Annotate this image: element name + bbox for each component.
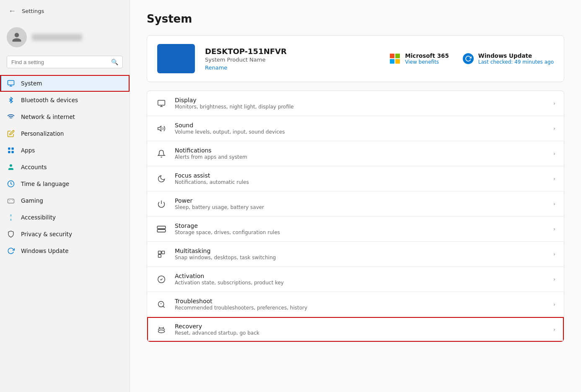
power-chevron: › <box>553 201 555 207</box>
accessibility-icon <box>7 213 15 222</box>
winupdate-link[interactable]: Windows Update Last checked: 49 minutes … <box>462 52 554 65</box>
sidebar-item-bluetooth[interactable]: Bluetooth & devices <box>0 92 130 108</box>
sidebar-item-update[interactable]: Windows Update <box>0 242 130 259</box>
settings-item-troubleshoot[interactable]: Troubleshoot Recommended troubleshooters… <box>147 292 564 317</box>
page-title: System <box>147 13 564 25</box>
sidebar-item-apps[interactable]: Apps <box>0 142 130 159</box>
sidebar-item-accessibility-label: Accessibility <box>21 214 56 221</box>
recovery-title: Recovery <box>175 323 546 330</box>
settings-item-power[interactable]: Power Sleep, battery usage, battery save… <box>147 191 564 217</box>
ms365-icon <box>389 53 401 64</box>
recovery-icon <box>156 324 167 335</box>
power-title: Power <box>175 197 546 204</box>
multitasking-sub: Snap windows, desktops, task switching <box>175 255 546 260</box>
sidebar-item-update-label: Windows Update <box>21 248 68 254</box>
winupdate-icon <box>462 53 474 64</box>
settings-item-sound[interactable]: Sound Volume levels, output, input, soun… <box>147 116 564 141</box>
display-chevron: › <box>553 100 555 106</box>
sidebar-item-system[interactable]: System <box>0 75 130 92</box>
notifications-icon <box>156 148 167 160</box>
settings-item-storage[interactable]: Storage Storage space, drives, configura… <box>147 217 564 242</box>
recovery-sub: Reset, advanced startup, go back <box>175 330 546 336</box>
notifications-title: Notifications <box>175 147 546 154</box>
sidebar-item-time[interactable]: Time & language <box>0 175 130 192</box>
svg-rect-1 <box>8 147 10 150</box>
settings-item-recovery[interactable]: Recovery Reset, advanced startup, go bac… <box>147 317 564 342</box>
sidebar-item-gaming[interactable]: Gaming <box>0 192 130 209</box>
card-links: Microsoft 365 View benefits Windows Upda… <box>389 52 554 65</box>
troubleshoot-title: Troubleshoot <box>175 298 546 304</box>
back-button[interactable]: ← <box>7 5 18 17</box>
sidebar-item-privacy-label: Privacy & security <box>21 231 72 237</box>
sidebar-item-accounts-label: Accounts <box>21 164 47 170</box>
avatar <box>7 27 27 47</box>
accounts-icon <box>7 163 15 171</box>
sidebar-item-apps-label: Apps <box>21 147 35 154</box>
recovery-chevron: › <box>553 326 555 333</box>
svg-rect-12 <box>157 226 166 228</box>
svg-marker-10 <box>158 126 161 131</box>
privacy-icon <box>7 230 15 238</box>
storage-chevron: › <box>553 226 555 232</box>
gaming-icon <box>7 196 15 205</box>
pc-thumbnail <box>157 44 195 73</box>
sidebar: ← Settings 🔍 System Bluetooth & devices <box>0 0 130 392</box>
troubleshoot-chevron: › <box>553 301 555 307</box>
search-input[interactable] <box>11 59 108 65</box>
multitasking-icon <box>156 248 167 260</box>
troubleshoot-icon <box>156 299 167 310</box>
settings-item-activation[interactable]: Activation Activation state, subscriptio… <box>147 267 564 292</box>
winupdate-sub: Last checked: 49 minutes ago <box>478 59 554 65</box>
notifications-sub: Alerts from apps and system <box>175 154 546 160</box>
svg-rect-13 <box>157 229 166 232</box>
sidebar-item-accessibility[interactable]: Accessibility <box>0 209 130 226</box>
svg-rect-4 <box>12 151 14 153</box>
system-icon <box>7 79 15 88</box>
sidebar-item-personalization-label: Personalization <box>21 130 64 137</box>
main-content: System DESKTOP-151NFVR System Product Na… <box>130 0 581 392</box>
sidebar-item-time-label: Time & language <box>21 181 69 187</box>
search-box[interactable]: 🔍 <box>7 56 123 68</box>
apps-icon <box>7 146 15 155</box>
sidebar-header: ← Settings <box>0 0 130 21</box>
sidebar-item-network[interactable]: Network & internet <box>0 108 130 125</box>
settings-list: Display Monitors, brightness, night ligh… <box>147 90 564 342</box>
settings-item-display[interactable]: Display Monitors, brightness, night ligh… <box>147 91 564 116</box>
sidebar-item-privacy[interactable]: Privacy & security <box>0 226 130 242</box>
svg-rect-16 <box>158 254 161 257</box>
activation-sub: Activation state, subscriptions, product… <box>175 280 546 286</box>
sound-sub: Volume levels, output, input, sound devi… <box>175 129 546 135</box>
winupdate-title: Windows Update <box>478 52 554 59</box>
svg-rect-2 <box>12 147 14 150</box>
sidebar-item-gaming-label: Gaming <box>21 197 43 204</box>
ms365-link[interactable]: Microsoft 365 View benefits <box>389 52 449 65</box>
pc-info: DESKTOP-151NFVR System Product Name Rena… <box>205 47 379 71</box>
svg-rect-9 <box>158 100 165 105</box>
settings-item-focus[interactable]: Focus assist Notifications, automatic ru… <box>147 166 564 191</box>
power-icon <box>156 198 167 210</box>
sidebar-item-personalization[interactable]: Personalization <box>0 125 130 142</box>
sound-icon <box>156 123 167 134</box>
sidebar-item-accounts[interactable]: Accounts <box>0 159 130 175</box>
activation-title: Activation <box>175 273 546 279</box>
network-icon <box>7 113 15 121</box>
rename-link[interactable]: Rename <box>205 64 227 71</box>
storage-sub: Storage space, drives, configuration rul… <box>175 230 546 235</box>
svg-point-5 <box>10 164 12 167</box>
activation-icon <box>156 273 167 285</box>
focus-chevron: › <box>553 175 555 182</box>
search-icon: 🔍 <box>111 59 118 65</box>
settings-item-notifications[interactable]: Notifications Alerts from apps and syste… <box>147 141 564 166</box>
personalization-icon <box>7 129 15 138</box>
svg-rect-15 <box>162 251 165 254</box>
display-title: Display <box>175 97 546 103</box>
sidebar-item-network-label: Network & internet <box>21 113 75 120</box>
display-sub: Monitors, brightness, night light, displ… <box>175 104 546 110</box>
sound-title: Sound <box>175 122 546 129</box>
svg-rect-0 <box>8 80 14 85</box>
storage-title: Storage <box>175 222 546 229</box>
settings-item-multitasking[interactable]: Multitasking Snap windows, desktops, tas… <box>147 242 564 267</box>
window-title: Settings <box>22 8 44 14</box>
user-name <box>32 34 82 41</box>
bluetooth-icon <box>7 96 15 104</box>
